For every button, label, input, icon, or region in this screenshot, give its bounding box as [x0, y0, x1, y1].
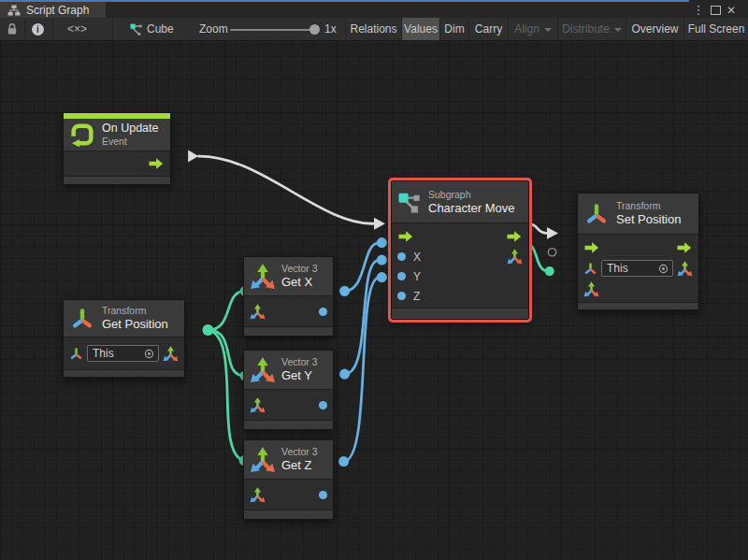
node-get-y[interactable]: Vector 3 Get Y	[243, 350, 334, 430]
node-title: On Update	[102, 122, 158, 136]
node-category: Vector 3	[281, 446, 318, 458]
info-icon[interactable]: i	[32, 23, 44, 36]
float-wires	[344, 243, 380, 462]
object-picker-icon[interactable]	[144, 349, 154, 359]
vector3-input-port[interactable]	[583, 281, 599, 297]
node-category: Vector 3	[281, 263, 318, 275]
lock-icon[interactable]	[7, 22, 18, 36]
transform-input-port[interactable]	[583, 262, 597, 276]
node-set-position[interactable]: Transform Set Position This	[577, 193, 699, 310]
node-get-z[interactable]: Vector 3 Get Z	[243, 439, 334, 520]
node-footer	[244, 326, 333, 336]
vector3-icon	[250, 264, 276, 290]
node-character-move[interactable]: Subgraph Character Move X	[391, 180, 529, 320]
node-footer	[64, 176, 170, 184]
fullscreen-button[interactable]: Full Screen	[684, 18, 748, 40]
transform-input-port[interactable]	[69, 347, 83, 361]
node-footer	[64, 369, 184, 377]
graph-object-icon	[130, 23, 142, 36]
chevron-down-icon	[544, 28, 552, 32]
graph-object-label[interactable]: Cube	[147, 18, 174, 40]
node-header: Transform Set Position	[578, 194, 698, 235]
vector3-output-port[interactable]	[677, 261, 693, 277]
node-footer	[578, 302, 698, 309]
float-output-port[interactable]	[319, 308, 327, 316]
vector3-input-port[interactable]	[250, 304, 266, 320]
target-object-field[interactable]: This	[601, 260, 673, 277]
vector3-output-port[interactable]	[163, 346, 179, 362]
node-get-position[interactable]: Transform Get Position This	[63, 299, 185, 378]
node-title: Get Position	[102, 317, 168, 332]
flow-output-port[interactable]	[506, 231, 523, 242]
distribute-button[interactable]: Distribute	[558, 18, 626, 40]
node-header: Vector 3 Get Y	[244, 351, 333, 390]
values-button[interactable]: Values	[402, 18, 439, 40]
port-label-z: Z	[413, 290, 420, 303]
node-category: Transform	[102, 305, 168, 317]
graph-toolbar: i <×> Cube Zoom 1x Relations Values Dim …	[0, 18, 748, 41]
script-graph-icon	[7, 5, 21, 16]
node-title: Get X	[281, 275, 318, 290]
node-title: Get Z	[281, 458, 318, 473]
zoom-label: Zoom	[199, 18, 228, 40]
node-header: Vector 3 Get Z	[244, 440, 333, 480]
node-title: Get Y	[281, 368, 318, 383]
flow-output-port[interactable]	[676, 242, 693, 253]
vector3-icon	[250, 357, 276, 383]
close-icon[interactable]: ✕	[724, 2, 739, 18]
transform-icon	[584, 202, 609, 226]
node-get-x[interactable]: Vector 3 Get X	[243, 256, 334, 337]
maximize-icon[interactable]	[708, 2, 723, 18]
node-header: Vector 3 Get X	[244, 257, 333, 296]
script-graph-window: Script Graph ⋮ ✕ i <×> Cube Zoom 1x Rela…	[0, 0, 748, 560]
node-category: Vector 3	[281, 356, 318, 368]
dim-button[interactable]: Dim	[440, 18, 468, 40]
tab-strip: Script Graph ⋮ ✕	[0, 2, 748, 18]
float-input-port-z[interactable]	[397, 292, 406, 300]
flow-input-port[interactable]	[397, 231, 414, 242]
node-subtitle: Event	[102, 136, 158, 148]
node-header: Subgraph Character Move	[392, 181, 528, 223]
code-view-icon[interactable]: <×>	[67, 22, 87, 36]
node-footer	[244, 510, 333, 519]
window-menu-icon[interactable]: ⋮	[692, 2, 705, 18]
vector3-output-port[interactable]	[507, 249, 523, 265]
node-title: Character Move	[428, 201, 514, 216]
zoom-value: 1x	[324, 18, 337, 40]
align-button[interactable]: Align	[509, 18, 557, 40]
tab-label: Script Graph	[26, 4, 89, 17]
node-title: Set Position	[616, 212, 681, 227]
node-header: Transform Get Position	[64, 300, 184, 337]
vector3-input-port[interactable]	[250, 397, 266, 413]
port-label-y: Y	[413, 270, 421, 283]
port-label-x: X	[413, 251, 421, 264]
float-output-port[interactable]	[319, 491, 327, 499]
subgraph-icon	[398, 191, 421, 213]
zoom-slider-track[interactable]	[230, 29, 316, 31]
transform-icon	[70, 307, 94, 331]
overview-button[interactable]: Overview	[626, 18, 683, 40]
node-category: Subgraph	[428, 189, 514, 201]
carry-button[interactable]: Carry	[469, 18, 508, 40]
float-input-port-y[interactable]	[397, 272, 406, 280]
relations-button[interactable]: Relations	[347, 18, 400, 40]
float-output-port[interactable]	[319, 401, 327, 409]
target-object-field[interactable]: This	[87, 345, 159, 362]
chevron-down-icon	[614, 28, 622, 32]
object-picker-icon[interactable]	[658, 264, 669, 274]
node-footer	[244, 420, 333, 429]
float-input-port-x[interactable]	[397, 252, 406, 261]
tab-script-graph[interactable]: Script Graph	[0, 2, 106, 18]
node-on-update[interactable]: On Update Event	[63, 112, 171, 185]
node-footer	[392, 308, 528, 319]
node-header: On Update Event	[64, 119, 170, 151]
vector3-input-port[interactable]	[250, 487, 266, 503]
flow-input-port[interactable]	[583, 242, 600, 253]
zoom-slider-handle[interactable]	[309, 24, 320, 35]
node-category: Transform	[616, 200, 681, 212]
event-loop-icon	[70, 122, 94, 147]
vector3-icon	[250, 447, 276, 473]
flow-output-port[interactable]	[148, 158, 165, 169]
